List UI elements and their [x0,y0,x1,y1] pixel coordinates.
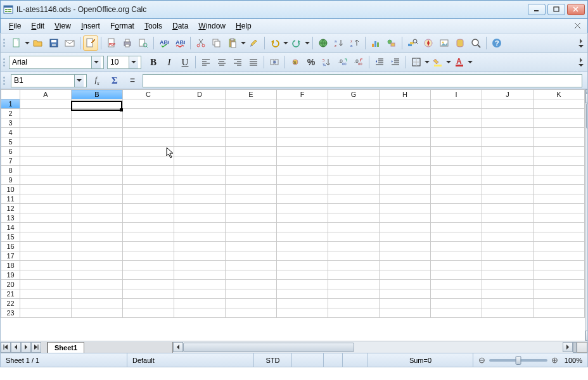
menu-window[interactable]: Window [194,20,230,32]
cell[interactable] [123,289,174,299]
minimize-button[interactable] [528,4,546,15]
cell[interactable] [226,109,277,118]
cell[interactable] [123,242,174,251]
cell[interactable] [380,213,431,223]
cell[interactable] [174,147,226,156]
cell[interactable] [277,299,328,308]
cell[interactable] [328,289,380,299]
cell[interactable] [226,289,277,299]
column-header[interactable]: E [226,90,277,99]
row-header[interactable]: 2 [1,109,20,118]
cell[interactable] [380,137,431,147]
cell[interactable] [20,185,72,194]
cell[interactable] [226,185,277,194]
cell[interactable] [72,128,123,137]
italic-button[interactable]: I [162,54,177,70]
menu-data[interactable]: Data [168,20,193,32]
cell[interactable] [72,204,123,213]
cell[interactable] [226,137,277,147]
column-header[interactable]: H [380,90,431,99]
cell[interactable] [174,251,226,261]
cell[interactable] [534,232,585,242]
row-header[interactable]: 4 [1,128,20,137]
select-all-corner[interactable] [1,90,20,99]
paste-dropdown[interactable] [240,35,246,51]
cell[interactable] [380,289,431,299]
decrease-indent-button[interactable] [372,54,387,70]
bgcolor-dropdown[interactable] [445,54,451,70]
align-right-button[interactable] [230,54,245,70]
print-preview-button[interactable] [136,35,151,51]
cell[interactable] [277,185,328,194]
row-header[interactable]: 21 [1,289,20,299]
cell[interactable] [534,118,585,128]
cell[interactable] [534,147,585,156]
undo-dropdown[interactable] [283,35,288,51]
fontcolor-dropdown[interactable] [467,54,473,70]
row-header[interactable]: 18 [1,261,20,270]
cell[interactable] [534,185,585,194]
row-header[interactable]: 8 [1,166,20,175]
cell[interactable] [123,166,174,175]
cell[interactable] [380,261,431,270]
cell[interactable] [20,99,72,109]
cell[interactable] [123,156,174,166]
cell[interactable] [226,232,277,242]
undo-button[interactable] [267,35,283,51]
cell[interactable] [328,128,380,137]
zoom-slider[interactable] [489,359,547,362]
menu-view[interactable]: View [50,20,75,32]
paste-button[interactable] [225,35,240,51]
cell[interactable] [431,299,482,308]
maximize-button[interactable] [547,4,565,15]
cell[interactable] [20,147,72,156]
row-header[interactable]: 10 [1,185,20,194]
cell[interactable] [328,232,380,242]
zoom-value[interactable]: 100% [565,357,582,364]
cell[interactable] [123,308,174,318]
cell[interactable] [534,251,585,261]
scroll-down-button[interactable] [585,331,587,341]
cell[interactable] [277,270,328,280]
cell[interactable] [72,185,123,194]
cell[interactable] [226,213,277,223]
cell[interactable] [328,118,380,128]
column-header[interactable]: G [328,90,380,99]
cell[interactable] [20,204,72,213]
column-header[interactable]: I [431,90,482,99]
cell[interactable] [20,261,72,270]
cell[interactable] [226,299,277,308]
cell[interactable] [328,299,380,308]
row-header[interactable]: 20 [1,280,20,289]
cell[interactable] [20,175,72,185]
cell[interactable] [20,118,72,128]
menu-help[interactable]: Help [231,20,256,32]
cell[interactable] [123,204,174,213]
row-header[interactable]: 7 [1,156,20,166]
cell[interactable] [277,147,328,156]
scroll-right-button[interactable] [563,342,573,352]
column-header[interactable]: C [123,90,174,99]
cell[interactable] [72,251,123,261]
cell[interactable] [431,270,482,280]
cell[interactable] [482,137,534,147]
row-header[interactable]: 5 [1,137,20,147]
cell[interactable] [72,99,123,109]
cell[interactable] [534,223,585,232]
column-header[interactable]: A [20,90,72,99]
cell[interactable] [226,280,277,289]
borders-dropdown[interactable] [424,54,430,70]
cell[interactable] [277,156,328,166]
cell[interactable] [431,204,482,213]
cell[interactable] [20,270,72,280]
cell[interactable] [534,99,585,109]
cell[interactable] [123,261,174,270]
cell[interactable] [482,261,534,270]
find-button[interactable] [405,35,420,51]
cell[interactable] [277,280,328,289]
cell[interactable] [20,166,72,175]
cell[interactable] [431,213,482,223]
column-header[interactable]: F [277,90,328,99]
cell[interactable] [20,232,72,242]
cell[interactable] [72,299,123,308]
